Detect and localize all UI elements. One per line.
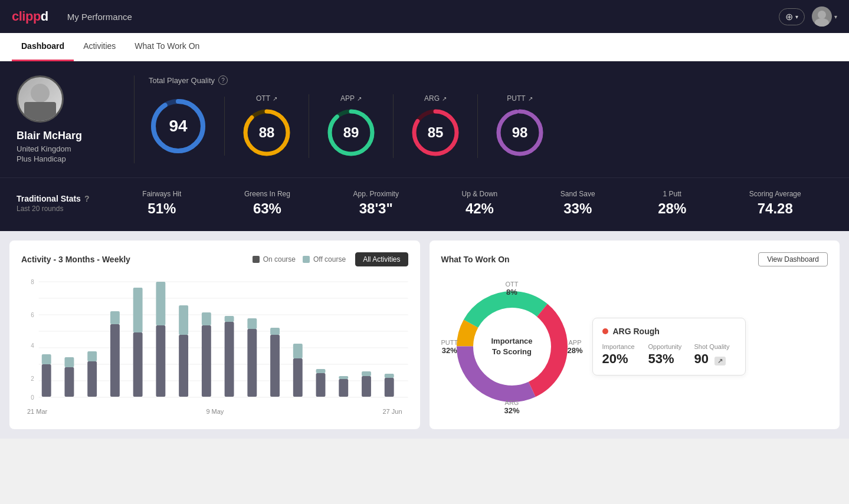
tab-bar: Dashboard Activities What To Work On <box>0 33 849 61</box>
bar-chart-svg: 8 6 4 2 0 <box>21 276 408 406</box>
legend-dot-off <box>303 256 310 263</box>
svg-rect-54 <box>339 379 348 397</box>
svg-text:6: 6 <box>31 312 34 318</box>
wwo-dot <box>602 328 608 334</box>
metric-label: Shot Quality <box>694 343 736 350</box>
chart-legend: On course Off course <box>253 255 346 263</box>
chart-area: 8 6 4 2 0 <box>21 276 408 406</box>
arg-label: ARG ↗ <box>424 94 447 103</box>
svg-rect-36 <box>133 332 143 397</box>
putt-label: PUTT ↗ <box>507 94 532 103</box>
avatar <box>812 6 832 27</box>
stat-sand-save: Sand Save 33% <box>560 190 595 217</box>
svg-rect-41 <box>179 305 188 335</box>
stat-label: Scoring Average <box>749 190 801 198</box>
gauge-94: 94 <box>149 97 208 156</box>
stat-value: 38'3" <box>359 200 393 217</box>
legend-on-course: On course <box>253 255 296 263</box>
metric-value: 90 ↗ <box>694 351 736 367</box>
chevron-down-icon: ▾ <box>834 14 837 20</box>
stat-value: 42% <box>466 200 494 217</box>
help-icon[interactable]: ? <box>84 194 90 203</box>
donut-label-arg: ARG 32% <box>504 399 519 415</box>
x-label-2: 9 May <box>206 408 224 415</box>
metric-value: 53% <box>648 351 690 367</box>
svg-rect-53 <box>316 369 326 373</box>
wwo-metric-opportunity: Opportunity 53% <box>648 343 690 367</box>
arrow-up-icon: ↗ <box>528 95 533 102</box>
tpq-card-arg: ARG ↗ 85 <box>394 94 478 158</box>
stat-label: Greens In Reg <box>244 190 290 198</box>
tpq-card-ott: OTT ↗ 88 <box>225 94 309 158</box>
metric-label: Importance <box>602 343 644 350</box>
tpq-card-app: APP ↗ 89 <box>309 94 394 158</box>
trad-title: Traditional Stats ? <box>17 194 111 203</box>
svg-rect-59 <box>385 374 394 378</box>
svg-rect-4 <box>24 102 56 121</box>
gauge-value: 98 <box>512 124 528 141</box>
tab-activities[interactable]: Activities <box>74 33 125 61</box>
view-dashboard-button[interactable]: View Dashboard <box>758 252 828 266</box>
wwo-metric-shot-quality: Shot Quality 90 ↗ <box>694 343 736 367</box>
stat-1-putt: 1 Putt 28% <box>658 190 686 217</box>
wwo-metrics: Importance 20% Opportunity 53% Shot Qual… <box>602 343 736 367</box>
stat-value: 51% <box>147 200 176 217</box>
stat-label: Sand Save <box>560 190 595 198</box>
help-icon[interactable]: ? <box>218 75 228 85</box>
arrow-up-icon: ↗ <box>273 95 277 102</box>
donut-label-putt: PUTT 32% <box>441 339 458 355</box>
x-label-3: 27 Jun <box>382 408 402 415</box>
donut-center: Importance To Scoring <box>491 336 532 357</box>
stat-label: Fairways Hit <box>142 190 181 198</box>
svg-rect-35 <box>110 311 120 324</box>
donut-label-app: APP 28% <box>567 339 582 355</box>
traditional-stats: Traditional Stats ? Last 20 rounds Fairw… <box>0 177 849 231</box>
stat-value: 74.28 <box>758 200 793 217</box>
topbar-actions: ⊕ ▾ ▾ <box>779 6 837 27</box>
gauge-value: 88 <box>259 124 275 141</box>
legend-off-course: Off course <box>303 255 346 263</box>
svg-rect-40 <box>179 335 188 397</box>
svg-rect-31 <box>64 357 74 367</box>
svg-rect-45 <box>225 316 234 322</box>
svg-rect-38 <box>156 325 165 397</box>
svg-rect-33 <box>87 351 97 361</box>
chart-header: Activity - 3 Months - Weekly On course O… <box>21 252 408 266</box>
tpq-section: Total Player Quality ? 94 <box>135 75 832 163</box>
svg-rect-30 <box>64 367 74 397</box>
tpq-cards: 94 OTT ↗ 88 <box>149 94 818 158</box>
tpq-card-putt: PUTT ↗ 98 <box>478 94 562 158</box>
stat-app-proximity: App. Proximity 38'3" <box>353 190 399 217</box>
svg-rect-37 <box>133 288 143 332</box>
arrow-up-icon: ↗ <box>442 95 447 102</box>
metric-label: Opportunity <box>648 343 690 350</box>
svg-rect-47 <box>247 318 257 329</box>
tab-what-to-work-on[interactable]: What To Work On <box>125 33 209 61</box>
tab-dashboard[interactable]: Dashboard <box>12 33 74 61</box>
svg-point-0 <box>818 11 826 19</box>
stat-value: 28% <box>658 200 686 217</box>
svg-rect-48 <box>270 335 280 397</box>
svg-point-2 <box>31 84 50 103</box>
arrow-up-icon: ↗ <box>357 95 362 102</box>
player-country: United Kingdom <box>17 144 71 153</box>
legend-dot-on <box>253 256 260 263</box>
svg-rect-58 <box>385 378 394 397</box>
hero-section: Blair McHarg United Kingdom Plus Handica… <box>0 61 849 177</box>
gauge-value: 85 <box>428 124 444 141</box>
wwo-header: What To Work On View Dashboard <box>441 252 828 266</box>
svg-rect-55 <box>339 376 348 379</box>
stat-label: 1 Putt <box>663 190 681 198</box>
user-avatar-button[interactable]: ▾ <box>812 6 837 27</box>
chevron-down-icon: ▾ <box>795 14 798 20</box>
all-activities-button[interactable]: All Activities <box>355 252 408 266</box>
plus-icon: ⊕ <box>785 11 793 22</box>
logo: clippd <box>12 9 48 24</box>
svg-rect-32 <box>87 361 97 397</box>
svg-rect-50 <box>293 358 303 397</box>
svg-text:0: 0 <box>31 394 34 401</box>
gauge-value: 94 <box>169 117 187 136</box>
svg-rect-39 <box>156 282 165 325</box>
add-button[interactable]: ⊕ ▾ <box>779 8 805 25</box>
svg-text:8: 8 <box>31 279 34 285</box>
